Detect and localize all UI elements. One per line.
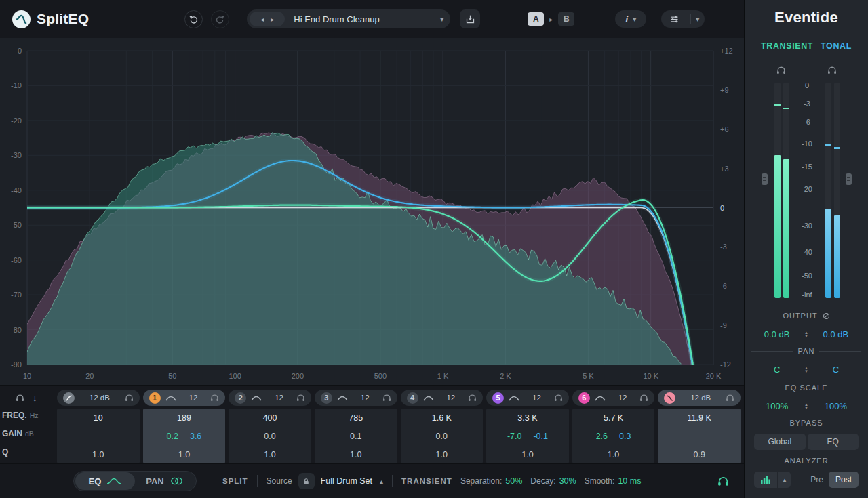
band-5-slope[interactable]: 12: [524, 394, 549, 402]
band-lowcut-q[interactable]: 1.0: [57, 445, 140, 463]
band-lowpass-badge[interactable]: [664, 392, 675, 404]
band-lowcut-slope[interactable]: 12 dB: [79, 394, 120, 402]
band-6-badge[interactable]: 6: [578, 392, 590, 404]
band-5-header[interactable]: 512: [486, 390, 569, 406]
band-1-freq[interactable]: 189: [143, 409, 226, 427]
band-lowpass-gain[interactable]: [658, 427, 741, 445]
output-tonal-value[interactable]: 0.0 dB: [808, 329, 864, 339]
preset-dropdown-icon[interactable]: ▾: [440, 16, 443, 23]
band-3-gain[interactable]: 0.1: [315, 427, 397, 445]
band-2-q[interactable]: 1.0: [229, 445, 311, 463]
collapse-strip-icon[interactable]: ↓: [33, 393, 37, 403]
band-2-gain[interactable]: 0.0: [229, 427, 311, 445]
band-2-solo-headphone-icon[interactable]: [296, 394, 305, 402]
preset-next-icon[interactable]: ▸: [271, 16, 274, 23]
settings-dropdown-icon[interactable]: ▾: [696, 16, 699, 23]
band-2-slope[interactable]: 12: [267, 394, 292, 402]
analyzer-collapse-icon[interactable]: ▴: [778, 472, 791, 488]
band-2-badge[interactable]: 2: [235, 392, 246, 404]
band-4-freq[interactable]: 1.6 K: [401, 409, 484, 427]
save-preset-icon[interactable]: [460, 9, 480, 28]
analyzer-display-button[interactable]: [754, 472, 777, 488]
eq-scale-tonal-value[interactable]: 100%: [808, 401, 864, 411]
settings-icon[interactable]: [661, 14, 687, 24]
band-4-gain[interactable]: 0.0: [401, 427, 484, 445]
eq-graph[interactable]: 0-10-20-30-40-50-60-70-80-90+12+9+6+30-3…: [0, 38, 744, 385]
band-4-solo-headphone-icon[interactable]: [468, 394, 477, 402]
band-3-q[interactable]: 1.0: [315, 445, 397, 463]
solo-defeat-headphone-icon[interactable]: [16, 394, 24, 402]
band-6-header[interactable]: 612: [572, 390, 655, 406]
transient-meter-handle[interactable]: [762, 173, 768, 185]
band-lowcut-solo-headphone-icon[interactable]: [125, 394, 134, 402]
tab-tonal[interactable]: TONAL: [821, 41, 852, 51]
band-4-q[interactable]: 1.0: [401, 445, 484, 463]
band-5-q[interactable]: 1.0: [486, 445, 569, 463]
source-lock-icon[interactable]: [298, 473, 315, 489]
bypass-eq-button[interactable]: EQ: [808, 434, 859, 450]
band-4-header[interactable]: 412: [401, 390, 484, 406]
smooth-value[interactable]: 10 ms: [618, 476, 641, 486]
band-1-badge[interactable]: 1: [149, 392, 161, 404]
band-4-badge[interactable]: 4: [407, 392, 418, 404]
ab-copy-icon[interactable]: ▸: [549, 16, 553, 23]
bypass-global-button[interactable]: Global: [754, 434, 806, 450]
eq-plot[interactable]: 0-10-20-30-40-50-60-70-80-90+12+9+6+30-3…: [0, 38, 744, 385]
eq-view-button[interactable]: EQ: [75, 472, 135, 490]
band-2-freq[interactable]: 400: [229, 409, 311, 427]
transient-audition-headphone-icon[interactable]: [717, 476, 729, 486]
source-select[interactable]: Full Drum Set: [321, 476, 372, 486]
polarity-icon[interactable]: [823, 312, 830, 320]
ab-a-button[interactable]: A: [528, 12, 544, 26]
tonal-monitor-headphone-icon[interactable]: [827, 66, 837, 75]
band-lowcut-badge[interactable]: [63, 392, 75, 404]
band-5-gain[interactable]: -7.0-0.1: [486, 427, 569, 445]
output-transient-value[interactable]: 0.0 dB: [749, 329, 805, 339]
band-3-solo-headphone-icon[interactable]: [382, 394, 391, 402]
band-1-q[interactable]: 1.0: [143, 445, 226, 463]
band-3-header[interactable]: 312: [315, 390, 397, 406]
band-6-q[interactable]: 1.0: [572, 445, 655, 463]
settings-button[interactable]: ▾: [661, 10, 705, 28]
pan-tonal-value[interactable]: C: [808, 365, 864, 375]
band-lowcut-header[interactable]: 12 dB: [57, 390, 140, 406]
band-1-solo-headphone-icon[interactable]: [210, 394, 219, 402]
band-1-gain[interactable]: 0.23.6: [143, 427, 226, 445]
separation-value[interactable]: 50%: [505, 476, 522, 486]
band-lowpass-q[interactable]: 0.9: [658, 445, 741, 463]
band-4-slope[interactable]: 12: [439, 394, 464, 402]
band-6-gain[interactable]: 2.60.3: [572, 427, 655, 445]
band-1-header[interactable]: 112: [143, 390, 226, 406]
tonal-meter-handle[interactable]: [846, 173, 852, 185]
band-lowcut-gain[interactable]: [57, 427, 140, 445]
band-5-solo-headphone-icon[interactable]: [554, 394, 563, 402]
analyzer-pre-button[interactable]: Pre: [810, 475, 823, 484]
band-5-freq[interactable]: 3.3 K: [486, 409, 569, 427]
band-lowpass-slope[interactable]: 12 dB: [680, 394, 721, 402]
info-button[interactable]: i ▾: [615, 10, 646, 28]
transient-monitor-headphone-icon[interactable]: [776, 66, 786, 75]
tab-transient[interactable]: TRANSIENT: [761, 41, 813, 51]
preset-prev-icon[interactable]: ◂: [260, 16, 264, 23]
source-collapse-icon[interactable]: ▴: [380, 478, 383, 485]
analyzer-post-button[interactable]: Post: [829, 472, 859, 488]
band-3-badge[interactable]: 3: [321, 392, 332, 404]
band-6-slope[interactable]: 12: [610, 394, 635, 402]
band-3-slope[interactable]: 12: [353, 394, 378, 402]
redo-icon[interactable]: [211, 10, 229, 28]
band-6-solo-headphone-icon[interactable]: [639, 394, 648, 402]
band-lowpass-solo-headphone-icon[interactable]: [726, 394, 734, 402]
band-1-slope[interactable]: 12: [181, 394, 206, 402]
band-6-freq[interactable]: 5.7 K: [572, 409, 655, 427]
band-lowpass-freq[interactable]: 11.9 K: [658, 409, 741, 427]
eq-scale-transient-value[interactable]: 100%: [749, 401, 805, 411]
band-lowcut-freq[interactable]: 10: [57, 409, 140, 427]
decay-value[interactable]: 30%: [559, 476, 576, 486]
band-lowpass-header[interactable]: 12 dB: [658, 390, 741, 406]
band-2-header[interactable]: 212: [229, 390, 311, 406]
preset-name[interactable]: Hi End Drum Cleanup: [294, 14, 440, 24]
band-5-badge[interactable]: 5: [492, 392, 504, 404]
pan-view-button[interactable]: PAN: [135, 476, 195, 486]
undo-icon[interactable]: [184, 10, 203, 28]
pan-transient-value[interactable]: C: [749, 365, 805, 375]
